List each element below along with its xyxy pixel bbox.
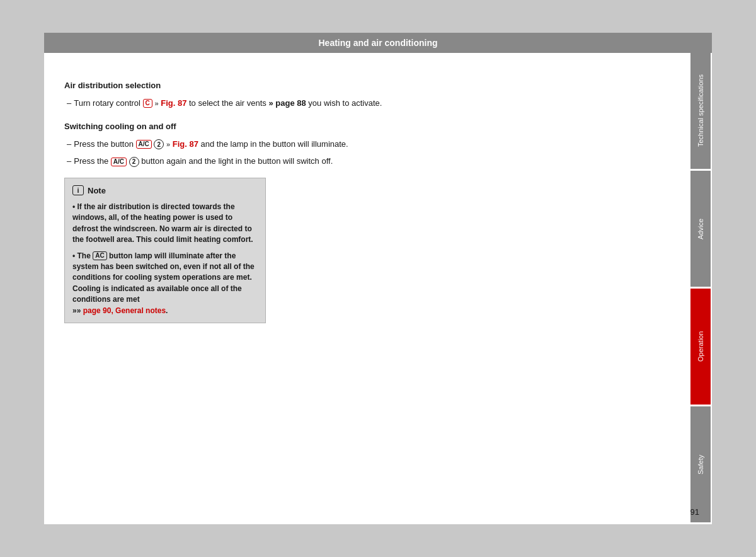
note-label: Note: [88, 185, 106, 197]
section1-bullet1-text: Turn rotary control C » Fig. 87 to selec…: [74, 97, 669, 110]
badge-num-2-2: 2: [129, 157, 139, 167]
note-icon: i: [72, 185, 84, 195]
sidebar-tab-technical-label: Technical specifications: [697, 75, 704, 147]
badge-ac-2: A/C: [111, 158, 127, 166]
note-header: i Note: [72, 185, 258, 197]
sidebar: Technical specifications Advice Operatio…: [689, 53, 712, 524]
page-ref-88: page 88: [275, 98, 306, 108]
sidebar-tab-advice-label: Advice: [697, 218, 704, 239]
note-badge-ac: AC: [93, 251, 106, 260]
page-header: Heating and air conditioning: [44, 33, 712, 53]
fig-ref-87-1: Fig. 87: [161, 98, 186, 108]
note-paragraph-1: • If the air distribution is directed to…: [72, 202, 258, 246]
section-cooling: Switching cooling on and off – Press the…: [64, 120, 669, 168]
header-title: Heating and air conditioning: [319, 38, 438, 48]
sidebar-tab-safety-label: Safety: [697, 454, 704, 474]
sidebar-tab-operation-label: Operation: [697, 331, 704, 362]
note-page-link: page 90, General notes: [83, 306, 166, 315]
page-container: Heating and air conditioning Air distrib…: [44, 33, 712, 524]
main-content: Air distribution selection – Turn rotary…: [44, 53, 689, 524]
sidebar-tab-advice[interactable]: Advice: [690, 171, 711, 287]
note-body: • If the air distribution is directed to…: [72, 202, 258, 316]
sidebar-tab-safety[interactable]: Safety: [690, 406, 711, 522]
section1-title: Air distribution selection: [64, 79, 669, 92]
note-box: i Note • If the air distribution is dire…: [64, 178, 266, 323]
sidebar-tab-technical[interactable]: Technical specifications: [690, 53, 711, 169]
section2-bullet1: – Press the button A/C 2 » Fig. 87 and t…: [64, 138, 669, 151]
section2-bullet2-text: Press the A/C 2 button again and the lig…: [74, 155, 669, 168]
dash-3: –: [67, 155, 71, 168]
content-area: Air distribution selection – Turn rotary…: [44, 53, 712, 524]
section2-bullet2: – Press the A/C 2 button again and the l…: [64, 155, 669, 168]
dash-2: –: [67, 138, 71, 151]
section-air-distribution: Air distribution selection – Turn rotary…: [64, 79, 669, 109]
dash-1: –: [67, 97, 71, 110]
page-footer: 91: [690, 507, 699, 517]
badge-ac-1: A/C: [136, 140, 152, 149]
note-paragraph-2: • The AC button lamp will illuminate aft…: [72, 251, 258, 316]
sidebar-tab-operation[interactable]: Operation: [690, 289, 711, 405]
section1-bullet1: – Turn rotary control C » Fig. 87 to sel…: [64, 97, 669, 110]
badge-c: C: [143, 99, 152, 108]
section2-bullet1-text: Press the button A/C 2 » Fig. 87 and the…: [74, 138, 669, 151]
page-number: 91: [690, 507, 699, 517]
section2-title: Switching cooling on and off: [64, 120, 669, 133]
fig-ref-87-2: Fig. 87: [173, 139, 198, 149]
badge-num-2-1: 2: [154, 139, 164, 149]
